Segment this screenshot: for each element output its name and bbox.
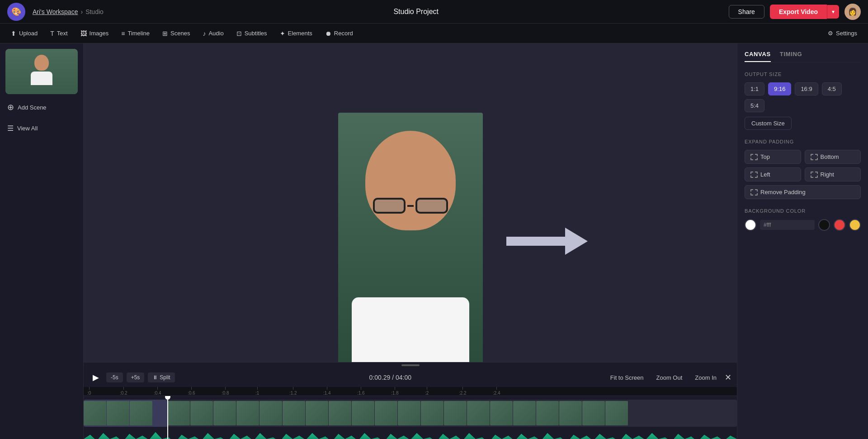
panel-tabs: CANVAS TIMING xyxy=(745,51,861,62)
thumb-mini xyxy=(352,401,374,425)
size-16-9-button[interactable]: 16:9 xyxy=(795,82,818,95)
thumb-mini xyxy=(582,401,605,425)
images-button[interactable]: 🖼 Images xyxy=(75,27,114,40)
upload-icon: ⬆ xyxy=(11,30,16,37)
padding-border-icon xyxy=(750,172,758,178)
size-4-5-button[interactable]: 4:5 xyxy=(822,82,842,95)
timeline-track-area[interactable] xyxy=(84,396,737,439)
split-icon: ⏸ xyxy=(152,374,158,381)
scenes-icon: ⊞ xyxy=(162,30,168,37)
tab-canvas[interactable]: CANVAS xyxy=(745,51,771,62)
custom-size-button[interactable]: Custom Size xyxy=(745,117,792,130)
right-panel: CANVAS TIMING OUTPUT SIZE 1:1 9:16 16:9 … xyxy=(737,43,868,439)
zoom-out-button[interactable]: Zoom Out xyxy=(652,372,687,383)
record-button[interactable]: ⏺ Record xyxy=(320,27,359,40)
size-9-16-button[interactable]: 9:16 xyxy=(768,82,791,95)
export-video-button[interactable]: Export Video xyxy=(770,5,827,19)
skip-forward-button[interactable]: +5s xyxy=(127,372,145,382)
list-icon: ☰ xyxy=(7,124,14,133)
ruler-tick-10: :2 xyxy=(425,387,429,396)
thumb-mini xyxy=(236,401,259,425)
breadcrumb-separator: › xyxy=(80,8,83,15)
padding-border-icon xyxy=(811,172,818,178)
arrow-overlay xyxy=(506,228,588,255)
thumb-mini xyxy=(490,401,513,425)
subtitles-button[interactable]: ⊡ Subtitles xyxy=(231,27,273,40)
arrow-body xyxy=(506,237,565,246)
color-swatch-white[interactable] xyxy=(745,219,756,231)
ruler-tick-8: :1.6 xyxy=(357,387,365,396)
add-scene-button[interactable]: ⊕ Add Scene xyxy=(5,99,78,116)
main-portrait-head xyxy=(365,131,456,230)
skip-back-button[interactable]: -5s xyxy=(106,372,123,382)
padding-left-button[interactable]: Left xyxy=(745,167,801,181)
settings-button[interactable]: ⚙ Settings xyxy=(822,27,863,39)
expand-padding-section: EXPAND PADDING Top Bottom Left Right xyxy=(745,139,861,199)
expand-padding-label: EXPAND PADDING xyxy=(745,139,861,144)
thumb-mini xyxy=(444,401,467,425)
size-1-1-button[interactable]: 1:1 xyxy=(745,82,764,95)
share-button[interactable]: Share xyxy=(729,5,764,19)
scene-thumbnail xyxy=(5,49,78,94)
glass-right xyxy=(415,198,448,214)
bg-color-row: #fff xyxy=(745,219,861,231)
tab-timing[interactable]: TIMING xyxy=(780,51,802,62)
timeline-button[interactable]: ≡ Timeline xyxy=(116,27,155,40)
color-swatch-red[interactable] xyxy=(834,219,845,231)
scene-item[interactable]: 4s ⧉ 🗑 xyxy=(5,49,78,94)
text-button[interactable]: T Text xyxy=(45,27,73,40)
split-button[interactable]: ⏸ Split xyxy=(148,372,175,382)
thumbnail-strip-unplayed xyxy=(167,400,628,427)
bg-color-label: BACKGROUND COLOR xyxy=(745,208,861,214)
audio-icon: ♪ xyxy=(203,30,206,37)
thumb-mini xyxy=(467,401,490,425)
timeline-icon: ≡ xyxy=(121,30,125,37)
main-portrait-body xyxy=(352,297,469,370)
thumb-mini xyxy=(84,401,106,425)
thumb-mini xyxy=(398,401,420,425)
workspace-link[interactable]: Ari's Workspace xyxy=(33,8,78,15)
portrait-head xyxy=(34,55,49,71)
padding-border-icon xyxy=(811,154,818,160)
timeline-ruler: :0 :0.2 :0.4 :0.6 :0.8 :1 :1.2 :1.4 :1.6… xyxy=(84,387,737,396)
glasses-bridge xyxy=(407,205,414,207)
padding-top-button[interactable]: Top xyxy=(745,150,801,164)
close-timeline-button[interactable]: ✕ xyxy=(725,372,731,382)
video-track[interactable] xyxy=(84,400,737,427)
color-hex-input[interactable]: #fff xyxy=(760,220,815,230)
text-icon: T xyxy=(50,30,54,37)
breadcrumb: Ari's Workspace › Studio xyxy=(33,8,104,15)
ruler-tick-5: :1 xyxy=(255,387,259,396)
thumb-mini xyxy=(559,401,582,425)
play-button[interactable]: ▶ xyxy=(89,372,103,382)
waveform xyxy=(84,430,737,439)
video-canvas[interactable] xyxy=(338,113,483,370)
padding-bottom-button[interactable]: Bottom xyxy=(805,150,861,164)
audio-button[interactable]: ♪ Audio xyxy=(197,27,229,40)
ruler-tick-4: :0.8 xyxy=(222,387,229,396)
thumb-mini xyxy=(513,401,536,425)
view-all-button[interactable]: ☰ View All xyxy=(5,120,78,136)
workspace-logo[interactable]: 🎨 xyxy=(7,3,25,21)
scenes-button[interactable]: ⊞ Scenes xyxy=(157,27,195,40)
ruler-tick-7: :1.4 xyxy=(323,387,331,396)
zoom-in-button[interactable]: Zoom In xyxy=(690,372,721,383)
export-dropdown-button[interactable]: ▾ xyxy=(827,5,839,19)
color-swatch-yellow[interactable] xyxy=(849,219,861,231)
size-5-4-button[interactable]: 5:4 xyxy=(745,99,764,112)
thumb-mini xyxy=(167,401,190,425)
ruler-tick-11: :2.2 xyxy=(459,387,467,396)
thumb-mini xyxy=(213,401,236,425)
fit-to-screen-button[interactable]: Fit to Screen xyxy=(606,372,648,383)
output-size-label: OUTPUT SIZE xyxy=(745,72,861,77)
upload-button[interactable]: ⬆ Upload xyxy=(5,27,43,40)
ruler-tick-0: :0 xyxy=(87,387,91,396)
elements-button[interactable]: ✦ Elements xyxy=(274,27,318,40)
timeline-drag-handle[interactable] xyxy=(401,364,420,366)
remove-padding-button[interactable]: Remove Padding xyxy=(745,185,861,199)
color-swatch-black[interactable] xyxy=(818,219,830,231)
scene-preview xyxy=(5,49,78,94)
thumb-mini xyxy=(421,401,443,425)
avatar[interactable]: 👩 xyxy=(844,4,861,20)
padding-right-button[interactable]: Right xyxy=(805,167,861,181)
